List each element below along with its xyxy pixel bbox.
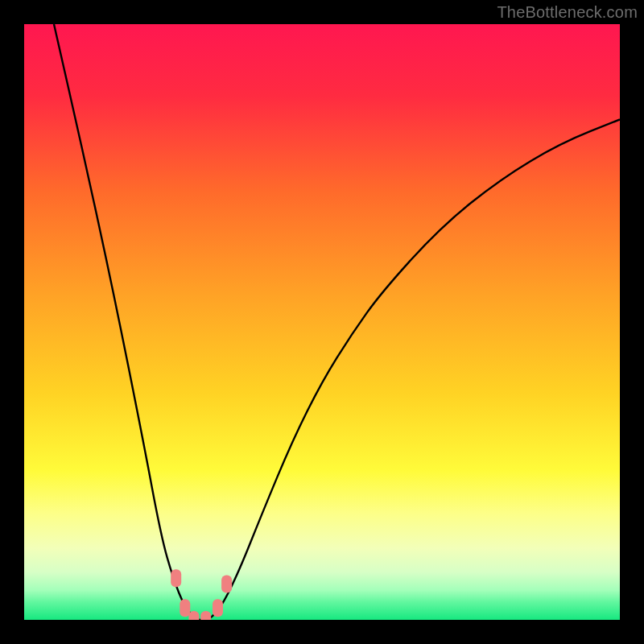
chart-frame: TheBottleneck.com xyxy=(0,0,644,644)
curve-layer xyxy=(24,24,620,620)
watermark-text: TheBottleneck.com xyxy=(497,3,638,22)
bottleneck-curve xyxy=(54,24,620,620)
curve-marker xyxy=(180,599,190,617)
curve-marker xyxy=(171,569,181,587)
curve-marker xyxy=(213,599,223,617)
curve-marker xyxy=(188,611,199,620)
plot-area xyxy=(24,24,620,620)
curve-marker xyxy=(200,611,211,620)
curve-marker xyxy=(221,576,232,593)
